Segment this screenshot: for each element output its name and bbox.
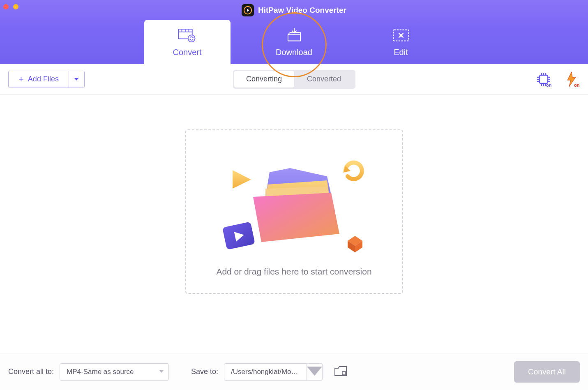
svg-point-7	[188, 35, 195, 42]
tab-download-label: Download	[276, 48, 312, 57]
tab-download[interactable]: Download	[251, 20, 337, 64]
chevron-down-icon	[307, 367, 322, 377]
open-folder-button[interactable]	[334, 366, 347, 378]
toolbar-right-icons: on on	[535, 71, 580, 88]
folder-illustration-icon	[204, 148, 385, 263]
svg-rect-15	[540, 75, 548, 83]
hardware-acceleration-button[interactable]: on	[535, 71, 552, 88]
svg-marker-38	[159, 370, 164, 373]
svg-text:on: on	[546, 83, 552, 88]
svg-marker-14	[74, 78, 78, 81]
save-path-value: /Users/hongkiat/Movies/…	[224, 368, 307, 376]
convert-icon	[176, 27, 198, 44]
folder-icon	[334, 366, 347, 376]
save-path-dropdown-button[interactable]	[307, 363, 323, 381]
edit-icon	[390, 27, 412, 44]
save-path-select[interactable]: /Users/hongkiat/Movies/…	[224, 363, 307, 381]
app-title: HitPaw Video Converter	[258, 6, 346, 15]
svg-rect-40	[342, 372, 346, 375]
add-files-button[interactable]: + Add Files	[9, 71, 69, 88]
format-value: MP4-Same as source	[60, 368, 154, 376]
format-select[interactable]: MP4-Same as source	[60, 363, 169, 381]
segment-converting[interactable]: Converting	[234, 71, 294, 88]
drop-area[interactable]: Add or drag files here to start conversi…	[185, 129, 403, 294]
toolbar: + Add Files Converting Converted on on	[0, 64, 588, 95]
chevron-down-icon	[154, 370, 168, 373]
app-logo-icon	[242, 4, 254, 16]
download-icon	[283, 27, 305, 44]
svg-marker-39	[307, 367, 322, 376]
add-files-label: Add Files	[28, 75, 59, 83]
tab-edit[interactable]: Edit	[358, 20, 444, 64]
plus-icon: +	[18, 74, 24, 85]
convert-all-label: Convert All	[528, 367, 566, 376]
lightning-speed-button[interactable]: on	[563, 71, 580, 88]
title-bar: HitPaw Video Converter	[0, 4, 588, 16]
tab-convert-label: Convert	[173, 48, 201, 57]
tab-convert[interactable]: Convert	[144, 20, 231, 64]
add-files-group: + Add Files	[8, 71, 85, 88]
svg-text:on: on	[574, 83, 580, 88]
convert-all-to-label: Convert all to:	[8, 367, 54, 376]
save-to-label: Save to:	[191, 367, 218, 376]
segment-converted[interactable]: Converted	[294, 71, 354, 88]
footer: Convert all to: MP4-Same as source Save …	[0, 353, 588, 390]
chevron-down-icon	[74, 78, 79, 81]
convert-all-button[interactable]: Convert All	[514, 361, 580, 383]
add-files-dropdown-button[interactable]	[69, 71, 84, 88]
tab-edit-label: Edit	[394, 48, 408, 57]
main-tabs: Convert Download Edit	[0, 20, 588, 64]
status-segmented-control: Converting Converted	[233, 70, 355, 89]
svg-marker-1	[247, 9, 249, 12]
drop-message: Add or drag files here to start conversi…	[216, 267, 371, 277]
svg-marker-31	[233, 170, 251, 189]
header: HitPaw Video Converter Convert	[0, 0, 588, 64]
